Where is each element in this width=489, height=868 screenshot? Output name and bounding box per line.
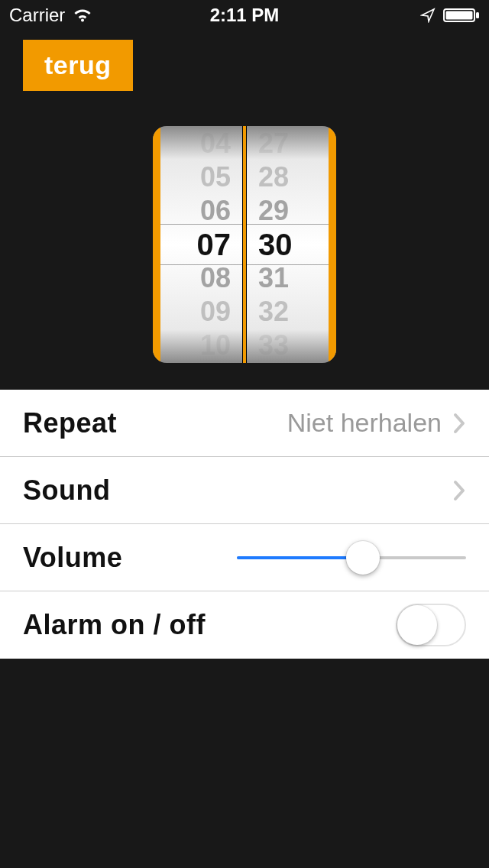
- minute-option[interactable]: 28: [244, 160, 336, 194]
- sound-label: Sound: [23, 474, 110, 507]
- chevron-right-icon: [452, 479, 466, 502]
- hour-option[interactable]: 05: [153, 160, 244, 194]
- volume-slider[interactable]: [237, 542, 466, 573]
- time-picker[interactable]: 04 05 06 07 08 09 10 27 28 29 30 31 32 3…: [153, 126, 336, 363]
- slider-fill: [237, 556, 363, 559]
- alarm-label: Alarm on / off: [23, 609, 206, 641]
- volume-label: Volume: [23, 542, 122, 574]
- minute-option[interactable]: 32: [244, 295, 336, 329]
- settings-list: Repeat Niet herhalen Sound Volume Alarm …: [0, 390, 489, 659]
- minute-option[interactable]: 29: [244, 194, 336, 228]
- repeat-value: Niet herhalen: [287, 408, 442, 438]
- picker-divider: [242, 126, 247, 363]
- chevron-right-icon: [452, 412, 466, 435]
- time-picker-area: 04 05 06 07 08 09 10 27 28 29 30 31 32 3…: [0, 99, 489, 390]
- repeat-label: Repeat: [23, 407, 117, 439]
- nav-bar: terug: [0, 31, 489, 99]
- switch-knob: [397, 605, 437, 645]
- hour-option[interactable]: 08: [153, 261, 244, 295]
- volume-row: Volume: [0, 524, 489, 591]
- hour-option[interactable]: 09: [153, 295, 244, 329]
- hour-wheel[interactable]: 04 05 06 07 08 09 10: [153, 126, 244, 363]
- repeat-row[interactable]: Repeat Niet herhalen: [0, 390, 489, 457]
- sound-row[interactable]: Sound: [0, 457, 489, 524]
- minute-option[interactable]: 31: [244, 261, 336, 295]
- hour-option-selected[interactable]: 07: [153, 228, 244, 261]
- back-button[interactable]: terug: [23, 40, 133, 91]
- slider-thumb[interactable]: [346, 541, 380, 575]
- alarm-row: Alarm on / off: [0, 591, 489, 659]
- hour-option[interactable]: 06: [153, 194, 244, 228]
- minute-wheel[interactable]: 27 28 29 30 31 32 33: [244, 126, 336, 363]
- hour-option[interactable]: 10: [153, 329, 244, 362]
- minute-option[interactable]: 33: [244, 329, 336, 362]
- alarm-toggle[interactable]: [396, 604, 466, 646]
- status-time: 2:11 PM: [0, 5, 489, 26]
- status-bar: Carrier 2:11 PM: [0, 0, 489, 31]
- hour-option[interactable]: 04: [153, 127, 244, 160]
- minute-option-selected[interactable]: 30: [244, 228, 336, 261]
- minute-option[interactable]: 27: [244, 127, 336, 160]
